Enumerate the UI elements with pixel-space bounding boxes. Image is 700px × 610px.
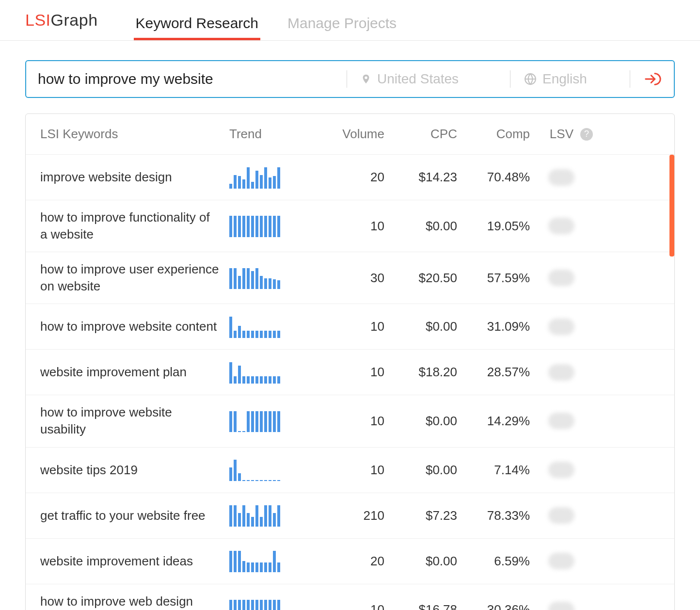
col-comp[interactable]: Comp bbox=[457, 127, 530, 142]
scrollbar-track[interactable] bbox=[669, 155, 674, 610]
keyword-cell: get traffic to your website free bbox=[40, 507, 229, 524]
tab-manage-projects[interactable]: Manage Projects bbox=[287, 15, 397, 40]
lsv-cell bbox=[530, 218, 593, 234]
topbar: LSIGraph Keyword Research Manage Project… bbox=[0, 0, 700, 41]
volume-cell: 20 bbox=[312, 554, 384, 569]
table-row[interactable]: how to improve website content10$0.0031.… bbox=[26, 304, 674, 350]
col-cpc[interactable]: CPC bbox=[384, 127, 457, 142]
table-row[interactable]: how to improve functionality of a websit… bbox=[26, 200, 674, 252]
lsv-cell bbox=[530, 602, 593, 610]
col-keywords[interactable]: LSI Keywords bbox=[40, 127, 229, 142]
trend-sparkline bbox=[229, 459, 312, 481]
comp-cell: 28.57% bbox=[457, 365, 530, 380]
trend-sparkline bbox=[229, 599, 312, 610]
cpc-cell: $18.20 bbox=[384, 365, 457, 380]
language-select[interactable]: English bbox=[524, 71, 616, 87]
search-input[interactable] bbox=[38, 71, 333, 87]
cpc-cell: $20.50 bbox=[384, 271, 457, 286]
col-lsv[interactable]: LSV ? bbox=[530, 127, 593, 142]
keyword-cell: website improvement ideas bbox=[40, 553, 229, 570]
trend-sparkline bbox=[229, 410, 312, 432]
table-header: LSI Keywords Trend Volume CPC Comp LSV ? bbox=[26, 114, 674, 155]
col-trend[interactable]: Trend bbox=[229, 127, 312, 142]
language-label: English bbox=[542, 71, 587, 87]
keyword-cell: website tips 2019 bbox=[40, 462, 229, 479]
keyword-cell: website improvement plan bbox=[40, 364, 229, 381]
cpc-cell: $0.00 bbox=[384, 219, 457, 234]
lsv-blurred-value bbox=[548, 270, 574, 286]
lsv-blurred-value bbox=[548, 507, 574, 524]
cpc-cell: $0.00 bbox=[384, 463, 457, 478]
separator bbox=[630, 70, 630, 88]
table-row[interactable]: how to improve user experience on websit… bbox=[26, 252, 674, 304]
comp-cell: 70.48% bbox=[457, 170, 530, 185]
trend-sparkline bbox=[229, 267, 312, 289]
comp-cell: 7.14% bbox=[457, 463, 530, 478]
location-select[interactable]: United States bbox=[361, 71, 496, 87]
location-label: United States bbox=[377, 71, 459, 87]
keyword-cell: improve website design bbox=[40, 169, 229, 186]
comp-cell: 57.59% bbox=[457, 271, 530, 286]
comp-cell: 19.05% bbox=[457, 219, 530, 234]
lsv-cell bbox=[530, 507, 593, 524]
lsv-blurred-value bbox=[548, 462, 574, 478]
cpc-cell: $0.00 bbox=[384, 414, 457, 429]
cpc-cell: $7.23 bbox=[384, 508, 457, 523]
cpc-cell: $16.78 bbox=[384, 602, 457, 610]
volume-cell: 20 bbox=[312, 170, 384, 185]
enter-arrow-icon bbox=[644, 70, 662, 88]
lsv-cell bbox=[530, 319, 593, 335]
col-volume[interactable]: Volume bbox=[312, 127, 384, 142]
cpc-cell: $0.00 bbox=[384, 554, 457, 569]
brand-graph: Graph bbox=[51, 11, 98, 29]
keyword-cell: how to improve website usability bbox=[40, 404, 229, 438]
globe-icon bbox=[524, 73, 537, 85]
keyword-cell: how to improve user experience on websit… bbox=[40, 261, 229, 295]
trend-sparkline bbox=[229, 361, 312, 384]
table-row[interactable]: improve website design20$14.2370.48% bbox=[26, 155, 674, 200]
scrollbar-thumb[interactable] bbox=[669, 155, 674, 257]
lsv-cell bbox=[530, 462, 593, 478]
lsv-cell bbox=[530, 553, 593, 569]
brand-logo: LSIGraph bbox=[25, 11, 98, 30]
trend-sparkline bbox=[229, 215, 312, 237]
brand-lsi: LSI bbox=[25, 11, 51, 29]
trend-sparkline bbox=[229, 504, 312, 527]
submit-button[interactable] bbox=[644, 70, 662, 88]
volume-cell: 210 bbox=[312, 508, 384, 523]
results-panel: LSI Keywords Trend Volume CPC Comp LSV ?… bbox=[25, 113, 675, 610]
lsv-blurred-value bbox=[548, 364, 574, 381]
keyword-cell: how to improve functionality of a websit… bbox=[40, 209, 229, 243]
table-row[interactable]: website tips 201910$0.007.14% bbox=[26, 448, 674, 493]
volume-cell: 10 bbox=[312, 319, 384, 334]
table-row[interactable]: get traffic to your website free210$7.23… bbox=[26, 493, 674, 539]
lsv-blurred-value bbox=[548, 319, 574, 335]
lsv-blurred-value bbox=[548, 169, 574, 186]
table-row[interactable]: how to improve web design skills10$16.78… bbox=[26, 584, 674, 610]
tab-keyword-research[interactable]: Keyword Research bbox=[136, 15, 258, 40]
main-nav: Keyword Research Manage Projects bbox=[136, 0, 397, 40]
volume-cell: 30 bbox=[312, 271, 384, 286]
trend-sparkline bbox=[229, 550, 312, 572]
lsv-blurred-value bbox=[548, 218, 574, 234]
search-bar: United States English bbox=[25, 60, 675, 98]
table-row[interactable]: how to improve website usability10$0.001… bbox=[26, 395, 674, 447]
keyword-cell: how to improve web design skills bbox=[40, 593, 229, 610]
table-row[interactable]: website improvement ideas20$0.006.59% bbox=[26, 539, 674, 584]
lsv-blurred-value bbox=[548, 413, 574, 429]
help-icon[interactable]: ? bbox=[580, 128, 593, 141]
lsv-cell bbox=[530, 169, 593, 186]
table-body: improve website design20$14.2370.48%how … bbox=[26, 155, 674, 610]
cpc-cell: $0.00 bbox=[384, 319, 457, 334]
comp-cell: 14.29% bbox=[457, 414, 530, 429]
location-pin-icon bbox=[361, 72, 371, 86]
separator bbox=[510, 70, 510, 88]
content: United States English LSI Keywords Trend… bbox=[0, 41, 700, 610]
comp-cell: 31.09% bbox=[457, 319, 530, 334]
volume-cell: 10 bbox=[312, 219, 384, 234]
comp-cell: 78.33% bbox=[457, 508, 530, 523]
keyword-cell: how to improve website content bbox=[40, 318, 229, 335]
comp-cell: 6.59% bbox=[457, 554, 530, 569]
volume-cell: 10 bbox=[312, 602, 384, 610]
table-row[interactable]: website improvement plan10$18.2028.57% bbox=[26, 350, 674, 395]
